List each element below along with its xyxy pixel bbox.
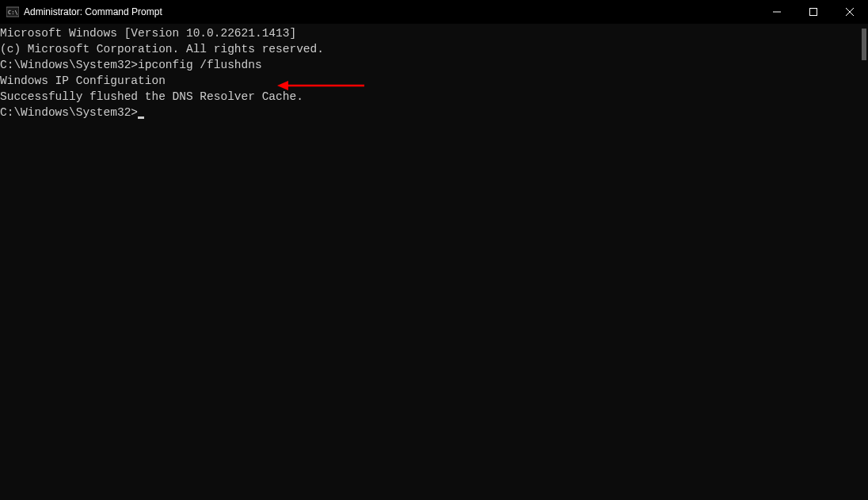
window-title: Administrator: Command Prompt <box>24 6 162 17</box>
config-header-line: Windows IP Configuration <box>0 73 868 89</box>
terminal-content[interactable]: Microsoft Windows [Version 10.0.22621.14… <box>0 24 868 500</box>
command-line: C:\Windows\System32>ipconfig /flushdns <box>0 57 868 73</box>
command-prompt-window: C:\ Administrator: Command Prompt Micros… <box>0 0 868 500</box>
prompt-line: C:\Windows\System32> <box>0 105 868 120</box>
prompt-path: C:\Windows\System32> <box>0 106 138 119</box>
maximize-button[interactable] <box>795 0 832 24</box>
terminal-output: Microsoft Windows [Version 10.0.22621.14… <box>0 25 868 120</box>
cmd-icon: C:\ <box>6 6 19 18</box>
copyright-line: (c) Microsoft Corporation. All rights re… <box>0 41 868 57</box>
window-controls <box>759 0 868 24</box>
result-line: Successfully flushed the DNS Resolver Ca… <box>0 89 868 105</box>
minimize-button[interactable] <box>759 0 795 24</box>
svg-text:C:\: C:\ <box>8 10 18 16</box>
scrollbar-track[interactable] <box>857 24 868 500</box>
svg-rect-3 <box>810 9 817 16</box>
version-line: Microsoft Windows [Version 10.0.22621.14… <box>0 25 868 41</box>
close-button[interactable] <box>832 0 868 24</box>
titlebar[interactable]: C:\ Administrator: Command Prompt <box>0 0 868 24</box>
cursor <box>138 116 144 119</box>
scrollbar-thumb[interactable] <box>862 29 866 60</box>
